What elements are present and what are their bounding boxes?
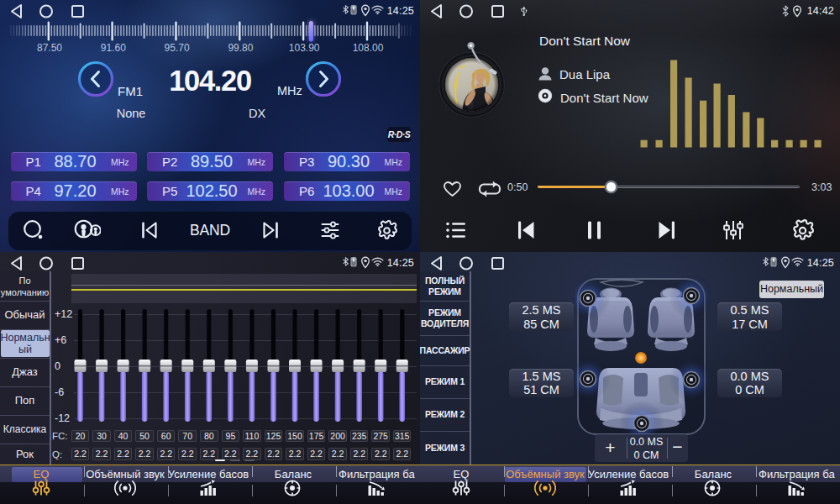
- svg-text:108.00: 108.00: [353, 42, 384, 54]
- svg-text:95.70: 95.70: [165, 42, 190, 54]
- svg-text:91.60: 91.60: [101, 42, 126, 54]
- svg-text:87.50: 87.50: [37, 42, 62, 54]
- svg-text:99.80: 99.80: [228, 42, 253, 54]
- svg-text:103.90: 103.90: [289, 42, 320, 54]
